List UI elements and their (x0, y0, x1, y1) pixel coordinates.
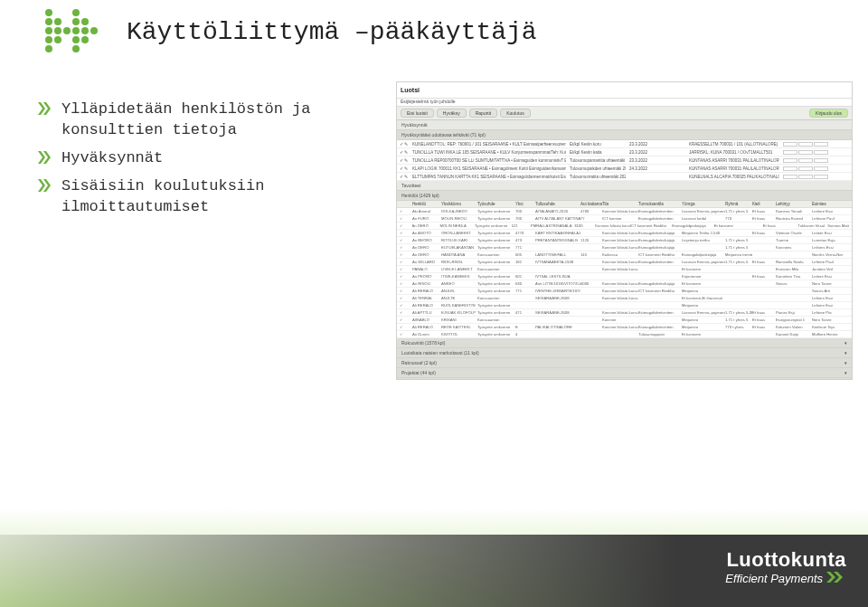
table-row[interactable]: ✓ ✎KLAPI LOGIK 700011 KK1 SEISARAANE • E… (397, 165, 852, 173)
table-row[interactable]: ✓ ✎KUNELANDTTOL: REP: 760001 / 101 SEISA… (397, 140, 852, 148)
table-row[interactable]: ✓PANALOLIVELE LANEEKTKonssauntoriKoninne… (397, 266, 852, 273)
table-row[interactable]: ✓AlINABLOKRISANIKonssauntoriKoninneMeija… (397, 317, 852, 324)
tab-search[interactable]: Etsi luotsit (401, 109, 434, 118)
table-row[interactable]: ✓ ✎TUNOLLLA TUWI INKA LE 105 SEISARAANE … (397, 148, 852, 156)
people-table: HenkilöYksikkönroTyösuhdeYksiTullosuhdeA… (397, 201, 852, 338)
slide-logo (45, 9, 107, 52)
bullet-text: Hyväksynnät (61, 148, 163, 169)
bullet-text: Ylläpidetään henkilöstön ja konsulttien … (61, 100, 382, 141)
table-row[interactable]: ✓Aki AmeralDOLKA-INEDOTyösyrite umkverne… (397, 208, 852, 215)
collapsible-section[interactable]: Projektat (44 kpl)▾ (397, 368, 852, 378)
brand-arrows-icon (826, 572, 846, 585)
table-row[interactable]: ✓Ali RERALOREOE KAITTESLTyösyrite umkver… (397, 324, 852, 331)
section1-sub: Hyväksyntääsi odottavaa tehtävät (71 kpl… (397, 130, 852, 140)
table-row[interactable]: ✓An DummKWITTOLTyösyrite umkverne4Tulosu… (397, 331, 852, 338)
bullet-item: Hyväksynnät (38, 148, 382, 169)
bullet-list: Ylläpidetään henkilöstön ja konsulttien … (38, 100, 382, 225)
bullet-text: Sisäisiin koulutuksiin ilmoittautumiset (61, 176, 382, 218)
table-row[interactable]: ✓An ANOTOORON-LANEEKTTyösyrite umkverne4… (397, 230, 852, 237)
table-row[interactable]: ✓An WILLARDRIDK-RINGLTyösyrite umkverne1… (397, 259, 852, 266)
footer-brand: Luottokunta Efficient Payments (725, 548, 846, 585)
collapsible-section[interactable]: Raknossaf (2 kpl)▾ (397, 358, 852, 368)
double-arrow-icon (38, 179, 52, 192)
bullet-item: Ylläpidetään henkilöstön ja konsulttien … (38, 100, 382, 141)
bullet-item: Sisäisiin koulutuksiin ilmoittautumiset (38, 176, 382, 218)
tab-logout[interactable]: Kirjaudu ulos (809, 109, 848, 118)
approvals-table: ✓ ✎KUNELANDTTOL: REP: 760001 / 101 SEISA… (397, 140, 852, 181)
table-row[interactable]: ✓ ✎ELTTUMPAS TANNUN KARTTA KK1 SEISARAAN… (397, 173, 852, 181)
app-header: Luotsi (397, 82, 852, 99)
table-row[interactable]: ✓An RINOLIANKEOTyösyrite umkverne630Anti… (397, 280, 852, 288)
table-row[interactable]: ✓An DEROMOLIN NEBILATyösyrite umkverne62… (397, 223, 852, 230)
app-name: Luotsi (401, 87, 420, 93)
table-row[interactable]: ✓An PEOROITWE-KANEEKSTyösyrite umkverne6… (397, 273, 852, 280)
table-row[interactable]: ✓An DEROHANDTA ANAKonssauntori605LANDTTI… (397, 251, 852, 259)
section1-title: Hyväksynnät (397, 120, 852, 130)
table-row[interactable]: ✓Ali RERALOANJLELTyösyrite umkverne771IV… (397, 288, 852, 295)
table-row[interactable]: ✓ ✎TUNOLLLA REP00700T00 SE LLI SUMTUMITA… (397, 156, 852, 165)
section2-title: Tavoitteet (397, 181, 852, 191)
brand-tagline: Efficient Payments (725, 572, 823, 585)
double-arrow-icon (38, 102, 52, 115)
double-arrow-icon (38, 151, 52, 164)
table-row[interactable]: ✓Ali APTTLUEJSUAK KILOFOLPTyösyrite umkv… (397, 309, 852, 317)
tab-reports[interactable]: Raportit (469, 109, 498, 118)
tab-training[interactable]: Koulutus (500, 109, 530, 118)
collapsible-section[interactable]: Luotsikaia natsien markuttavat (11 kpl)▾ (397, 348, 852, 358)
tab-approve[interactable]: Hyväksy (437, 109, 467, 118)
table-row[interactable]: ✓An FUROMOLIN REIOUTyösyrite umkverne700… (397, 215, 852, 223)
section2-sub: Henkilöt (1429 kpl) (397, 191, 852, 201)
table-row[interactable]: ✓An DEROEUTUELAKANTANTyösyrite umkverne7… (397, 244, 852, 251)
app-subtitle: Esijärjestelmä työn johdolle (397, 99, 852, 107)
table-row[interactable]: ✓Ali TENRALANJLTEKonssauntoriSEISARAANE-… (397, 295, 852, 302)
app-screenshot: Luotsi Esijärjestelmä työn johdolle Etsi… (396, 81, 853, 380)
brand-name: Luottokunta (725, 548, 846, 572)
page-title: Käyttöliittymä –pääkäyttäjä (127, 18, 537, 46)
collapsible-section[interactable]: Projektat kierolttä (4 kpl)▾ (397, 378, 852, 380)
table-row[interactable]: ✓Ali RERALORUOLKANERISTYETyösyrite umkve… (397, 302, 852, 309)
app-tabs: Etsi luotsit Hyväksy Raportit Koulutus K… (397, 107, 852, 120)
table-row[interactable]: ✓An REORORITOLUK KARITyösyrite umkverne4… (397, 237, 852, 244)
collapsible-section[interactable]: Rokuovintti (1578 kpl)▾ (397, 338, 852, 348)
